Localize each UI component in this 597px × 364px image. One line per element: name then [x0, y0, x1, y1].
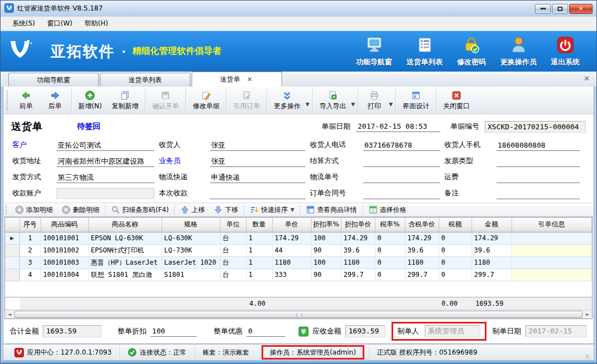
form-field-value[interactable]: 第三方物流	[57, 172, 154, 183]
table-cell[interactable]: 0	[439, 232, 471, 244]
menu-item[interactable]: 窗口(W)	[41, 17, 78, 31]
confirm-open-button[interactable]: 确认开单	[147, 88, 184, 112]
table-cell[interactable]: 0	[439, 269, 471, 281]
table-cell[interactable]: 90	[311, 269, 341, 281]
new-button[interactable]: 新增(N)	[73, 88, 107, 112]
move-down-button[interactable]: 下移	[209, 204, 243, 216]
add-detail-button[interactable]: 添加明细	[11, 204, 57, 216]
form-field-value[interactable]	[363, 156, 440, 167]
table-cell[interactable]: 2	[19, 244, 41, 256]
table-cell[interactable]: S1801	[162, 269, 220, 281]
select-price-button[interactable]: 选择价格	[364, 204, 411, 216]
table-cell[interactable]: 100	[311, 256, 341, 269]
form-field-value[interactable]: 张亚	[210, 156, 305, 167]
form-field-label[interactable]: 客户	[12, 140, 52, 151]
tab-delivery-order[interactable]: 送货单✕	[192, 72, 282, 87]
table-cell[interactable]: 1180	[341, 256, 375, 269]
table-cell[interactable]: 联想 S1801 黑白激	[88, 269, 162, 281]
table-cell[interactable]: LQ-730K	[162, 244, 220, 256]
column-header[interactable]: 单价	[272, 218, 311, 232]
column-header[interactable]: 规格	[162, 218, 220, 232]
table-cell[interactable]: 174.29	[272, 232, 311, 244]
print-button[interactable]: 打印	[360, 88, 389, 112]
menu-item[interactable]: 系统(S)	[6, 17, 41, 31]
nav-window-action[interactable]: 功能导航窗	[356, 36, 392, 67]
form-field-value[interactable]	[210, 188, 305, 199]
table-cell[interactable]: 台	[220, 232, 246, 244]
column-header[interactable]: 引单信息	[511, 218, 592, 232]
scroll-right-icon[interactable]: ►	[583, 310, 592, 318]
row-selector[interactable]	[5, 269, 19, 281]
table-cell[interactable]: 44	[272, 244, 311, 256]
order-rebate-field[interactable]: 0	[247, 326, 285, 337]
prev-order-button[interactable]: 前单	[12, 88, 41, 112]
form-field-value[interactable]: 张亚	[210, 140, 305, 151]
table-cell[interactable]: 0	[375, 232, 405, 244]
table-cell[interactable]: 1	[246, 269, 272, 281]
delivery-list-action[interactable]: 送货单列表	[407, 36, 443, 67]
menu-item[interactable]: 帮助(H)	[78, 17, 114, 31]
table-cell[interactable]: 39.6	[471, 244, 511, 256]
table-row[interactable]: 3100101003惠普（HP）LaserJetLaserJet 1020台11…	[5, 256, 592, 269]
table-cell[interactable]: 0	[439, 256, 471, 269]
next-order-button[interactable]: 后单	[41, 88, 69, 112]
move-up-button[interactable]: 上移	[176, 204, 209, 216]
table-cell[interactable]	[511, 232, 592, 244]
table-cell[interactable]: 174.29	[341, 232, 375, 244]
table-cell[interactable]: 1180	[405, 256, 439, 269]
table-cell[interactable]: EPSON针式打印机	[88, 244, 162, 256]
doc-date-field[interactable]: 2017-02-15 08:53	[356, 121, 440, 132]
table-cell[interactable]: 299.7	[405, 269, 439, 281]
horizontal-scrollbar[interactable]: ◄ ►	[5, 310, 592, 318]
restore-button[interactable]	[552, 4, 568, 14]
close-tab-group-icon[interactable]: ✕	[584, 74, 590, 83]
table-cell[interactable]: 1	[246, 244, 272, 256]
column-header[interactable]: 序号	[19, 218, 41, 232]
close-button[interactable]: ✕	[569, 4, 593, 14]
order-discount-field[interactable]: 100	[150, 326, 197, 337]
form-field-label[interactable]: 业务员	[159, 156, 205, 167]
exit-system-action[interactable]: 退出系统	[551, 36, 580, 67]
table-cell[interactable]: 1	[246, 256, 272, 269]
table-cell[interactable]: 1180	[471, 256, 511, 269]
form-field-value[interactable]: 亚拓公司测试	[57, 140, 154, 151]
resize-grip[interactable]: ⠿	[585, 354, 590, 360]
table-cell[interactable]: EPSON LQ-630K	[88, 232, 162, 244]
view-product-detail-button[interactable]: 查看商品详情	[302, 204, 362, 216]
table-cell[interactable]: 3	[19, 256, 41, 269]
form-field-value[interactable]: 申通快递	[210, 172, 305, 183]
table-cell[interactable]: 0	[375, 244, 405, 256]
chevron-down-icon[interactable]: ▼	[389, 102, 393, 107]
column-header[interactable]: 单位	[220, 218, 246, 232]
column-header[interactable]: 税率%	[375, 218, 405, 232]
table-row[interactable]: ▶1100101001EPSON LQ-630KLQ-630K台1174.291…	[5, 232, 592, 244]
chevron-down-icon[interactable]: ▼	[305, 102, 309, 107]
table-cell[interactable]: 1	[246, 232, 272, 244]
table-cell[interactable]	[511, 244, 592, 256]
delete-detail-button[interactable]: 删除明细	[57, 204, 104, 216]
ref-order-button[interactable]: 引用订单	[228, 88, 265, 112]
table-cell[interactable]: LaserJet 1020	[162, 256, 220, 269]
table-cell[interactable]: 100101003	[41, 256, 88, 269]
form-field-value[interactable]	[496, 188, 580, 199]
table-cell[interactable]: 90	[311, 244, 341, 256]
scrollbar-thumb[interactable]	[14, 311, 583, 318]
table-cell[interactable]: 0	[439, 244, 471, 256]
table-row[interactable]: 4100101004联想 S1801 黑白激S1801台133390299.70…	[5, 269, 592, 281]
ui-design-button[interactable]: 界面设计	[398, 88, 434, 112]
table-cell[interactable]: 1180	[272, 256, 311, 269]
table-cell[interactable]: 0	[375, 269, 405, 281]
table-cell[interactable]: 333	[272, 269, 311, 281]
form-field-value[interactable]: 18608080808	[496, 140, 580, 151]
form-field-value[interactable]	[363, 172, 440, 183]
column-header[interactable]: 折扣率%	[311, 218, 341, 232]
form-field-value[interactable]: 03716678678	[363, 140, 440, 151]
table-cell[interactable]: 100101002	[41, 244, 88, 256]
table-cell[interactable]: 174.29	[471, 232, 511, 244]
modify-order-button[interactable]: 修改单据	[188, 88, 224, 112]
switch-operator-action[interactable]: 更换操作员	[500, 36, 536, 67]
table-cell[interactable]: 100101004	[41, 269, 88, 281]
table-cell[interactable]: 174.29	[405, 232, 439, 244]
column-header[interactable]: 商品编码	[41, 218, 88, 232]
more-actions-button[interactable]: 更多操作	[269, 88, 305, 112]
